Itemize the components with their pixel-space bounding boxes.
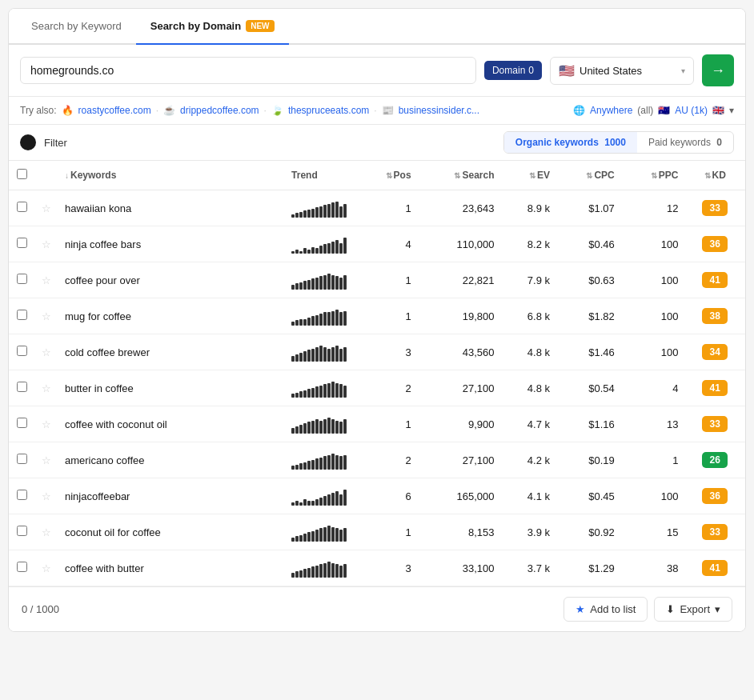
kd-badge-5: 41: [702, 380, 728, 396]
row-trend-8: [285, 478, 357, 514]
kd-badge-7: 26: [702, 452, 728, 468]
expand-icon[interactable]: ▾: [729, 105, 734, 116]
trend-bar: [323, 384, 327, 398]
row-ppc-7: 1: [621, 442, 685, 478]
trend-bar: [307, 461, 311, 470]
row-star-2[interactable]: ☆: [34, 262, 58, 298]
trend-bar: [307, 210, 311, 218]
trend-bar: [323, 275, 327, 290]
row-checkbox-0[interactable]: [17, 202, 27, 212]
flag-uk-icon: 🇬🇧: [712, 105, 724, 116]
col-cpc[interactable]: ⇅CPC: [556, 161, 621, 190]
trend-bar: [311, 349, 315, 362]
try-business-link[interactable]: businessinsider.c...: [399, 105, 479, 116]
col-kd[interactable]: ⇅KD: [684, 161, 745, 190]
trend-bar: [311, 566, 315, 578]
row-checkbox-3[interactable]: [17, 310, 27, 320]
col-ppc[interactable]: ⇅PPC: [621, 161, 685, 190]
row-search-5: 27,100: [418, 370, 501, 406]
row-checkbox-6[interactable]: [17, 418, 27, 428]
col-trend[interactable]: Trend: [285, 161, 357, 190]
trend-bar: [339, 422, 343, 434]
table-row: ☆ cold coffee brewer 3 43,560 4.8 k $1.4…: [9, 334, 745, 370]
col-keyword[interactable]: ↓Keywords: [58, 161, 285, 190]
row-pos-4: 3: [357, 334, 418, 370]
trend-bar: [331, 347, 335, 362]
row-star-1[interactable]: ☆: [34, 226, 58, 262]
row-pos-5: 2: [357, 370, 418, 406]
try-spruce-link[interactable]: thespruceeats.com: [288, 105, 369, 116]
row-star-7[interactable]: ☆: [34, 442, 58, 478]
row-star-9[interactable]: ☆: [34, 514, 58, 550]
trend-bar: [303, 423, 307, 434]
row-checkbox-cell: [9, 514, 34, 550]
row-checkbox-4[interactable]: [17, 346, 27, 356]
row-star-3[interactable]: ☆: [34, 298, 58, 334]
trend-bar: [303, 248, 307, 254]
tab-paid[interactable]: Paid keywords 0: [637, 132, 733, 153]
trend-bar: [315, 419, 319, 434]
trend-bar: [307, 532, 311, 542]
export-button[interactable]: ⬇ Export ▾: [654, 597, 732, 622]
trend-bar: [303, 351, 307, 362]
col-ev[interactable]: ⇅EV: [500, 161, 556, 190]
row-star-10[interactable]: ☆: [34, 550, 58, 586]
row-ppc-6: 13: [621, 406, 685, 442]
row-checkbox-7[interactable]: [17, 454, 27, 464]
trend-bar: [291, 356, 295, 362]
kd-badge-4: 34: [702, 344, 728, 360]
trend-bar: [291, 285, 295, 290]
filter-button[interactable]: Filter: [44, 137, 67, 149]
row-star-8[interactable]: ☆: [34, 478, 58, 514]
col-search[interactable]: ⇅Search: [418, 161, 501, 190]
try-dripped-link[interactable]: drippedcoffee.com: [180, 105, 259, 116]
organic-count: 1000: [604, 137, 626, 148]
row-star-0[interactable]: ☆: [34, 190, 58, 226]
try-roasty-link[interactable]: roastycoffee.com: [78, 105, 151, 116]
domain-input[interactable]: [20, 57, 476, 84]
row-trend-5: [285, 370, 357, 406]
row-checkbox-5[interactable]: [17, 382, 27, 392]
row-checkbox-2[interactable]: [17, 274, 27, 284]
row-star-5[interactable]: ☆: [34, 370, 58, 406]
row-checkbox-cell: [9, 334, 34, 370]
trend-bar: [331, 563, 335, 578]
tab-organic[interactable]: Organic keywords 1000: [504, 132, 637, 153]
row-pos-10: 3: [357, 550, 418, 586]
add-to-list-button[interactable]: ★ Add to list: [563, 597, 648, 622]
row-checkbox-9[interactable]: [17, 526, 27, 536]
trend-bar: [331, 242, 335, 254]
trend-bar: [291, 322, 295, 326]
select-all-checkbox[interactable]: [17, 169, 27, 179]
trend-bar: [303, 534, 307, 542]
au-link[interactable]: AU (1k): [675, 105, 708, 116]
col-pos[interactable]: ⇅Pos: [357, 161, 418, 190]
tab-domain[interactable]: Search by Domain NEW: [136, 9, 289, 45]
row-checkbox-8[interactable]: [17, 490, 27, 500]
row-kd-10: 41: [684, 550, 745, 586]
trend-bar: [303, 281, 307, 290]
row-star-6[interactable]: ☆: [34, 406, 58, 442]
country-select[interactable]: 🇺🇸 United States ▾: [550, 57, 694, 85]
row-star-4[interactable]: ☆: [34, 334, 58, 370]
row-checkbox-10[interactable]: [17, 562, 27, 572]
go-button[interactable]: →: [702, 54, 734, 86]
table-row: ☆ ninjacoffeebar 6 165,000 4.1 k $0.45 1…: [9, 478, 745, 514]
row-search-1: 110,000: [418, 226, 501, 262]
search-bar: Domain 0 🇺🇸 United States ▾ →: [9, 45, 745, 97]
trend-bar: [323, 244, 327, 254]
footer-count: 0 / 1000: [22, 603, 59, 615]
trend-bar: [291, 428, 295, 434]
trend-bar: [319, 276, 323, 290]
row-checkbox-1[interactable]: [17, 238, 27, 248]
results-table: ↓Keywords Trend ⇅Pos ⇅Search ⇅EV ⇅CPC: [9, 161, 745, 586]
anywhere-link[interactable]: Anywhere: [590, 105, 632, 116]
trend-bar: [331, 527, 335, 542]
tab-keyword[interactable]: Search by Keyword: [17, 9, 136, 45]
row-ev-7: 4.2 k: [500, 442, 556, 478]
trend-bar: [339, 384, 343, 398]
row-trend-10: [285, 550, 357, 586]
row-pos-0: 1: [357, 190, 418, 226]
flag-au-icon: 🇦🇺: [658, 105, 670, 116]
trend-bar: [303, 390, 307, 398]
